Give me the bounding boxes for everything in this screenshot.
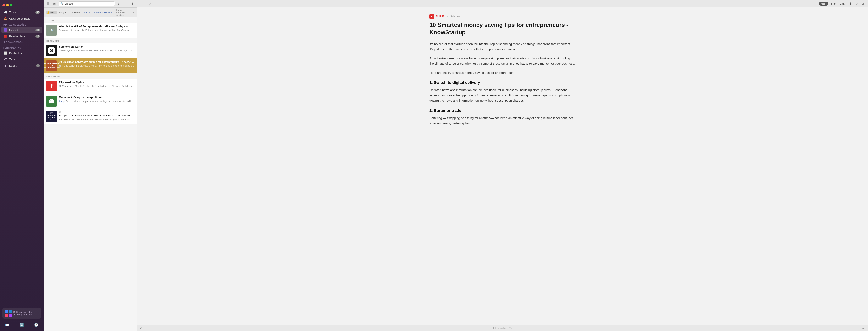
- reader-panel: ← ↗ Artigo Flip Edit. ⬆ ♡ ⊟ F FLIP.IT · …: [137, 0, 868, 331]
- tools-section-label: Ferramentas: [0, 45, 43, 50]
- body-paragraph: It's no secret that startups often fall …: [429, 42, 576, 52]
- maximize-button[interactable]: [10, 4, 12, 6]
- source-logo: F: [429, 14, 434, 19]
- chevron-down-icon[interactable]: ∨: [133, 11, 135, 14]
- articles-list: TODAY 📄 What is the skill of Entrepreneu…: [43, 18, 137, 331]
- sidebar-item-archive[interactable]: Read Archive 13: [1, 33, 42, 39]
- filter-best[interactable]: 👍 Best: [46, 11, 57, 15]
- filter-conteudo[interactable]: Conteúdo: [69, 11, 81, 14]
- cloud-icon: ☁️: [4, 10, 7, 14]
- more-button[interactable]: ⊟: [860, 2, 865, 6]
- reader-content: F FLIP.IT · 5 de dez 10 Smartest money s…: [420, 7, 586, 325]
- filter-apps[interactable]: # apps: [83, 11, 92, 14]
- body-paragraph: Updated news and information can be inva…: [429, 87, 576, 103]
- trash-icon: 🗑: [4, 64, 7, 67]
- tags-icon: 🏷: [4, 57, 7, 61]
- edit-button[interactable]: Edit.: [839, 2, 846, 6]
- article-content: 10 Smartest money saving tips for entrep…: [59, 60, 134, 67]
- article-thumbnail: f: [46, 81, 57, 91]
- article-title: Monument Valley on the App Store: [59, 96, 134, 99]
- all-label: Todos: [9, 11, 35, 14]
- reader-source-row: F FLIP.IT · 5 de dez: [429, 14, 576, 19]
- article-desc: # apps Read reviews, compare customer ra…: [59, 100, 134, 103]
- date-header-novembro: NOVEMBRO: [43, 74, 137, 79]
- sidebar-item-tags[interactable]: 🏷 Tags: [1, 56, 42, 62]
- back-button[interactable]: ←: [140, 1, 146, 6]
- email-icon[interactable]: ✉️: [4, 322, 10, 328]
- filter-all[interactable]: Todos Filtragem rápida...: [116, 9, 132, 16]
- all-badge: 57: [35, 11, 40, 14]
- clock-icon[interactable]: 🕐: [33, 322, 39, 328]
- share-icon[interactable]: ⬆: [130, 1, 135, 6]
- article-desc: Eric Ries is the creator of the Lean Sta…: [59, 118, 134, 121]
- section-heading: 1. Switch to digital delivery: [429, 80, 576, 85]
- section-heading: 2. Barter or trade: [429, 108, 576, 113]
- share-button[interactable]: ⬆: [848, 2, 853, 6]
- settings-icon[interactable]: ⚙: [140, 326, 143, 330]
- promo-box[interactable]: Get the most out of Raindrop.io! $2/ms ›: [2, 308, 41, 319]
- middle-toolbar: ☰ ⊞ 🔍 ⏱ ⊞ ⬆: [43, 0, 137, 8]
- reader-title: 10 Smartest money saving tips for entrep…: [429, 21, 576, 36]
- article-title: 10 Smartest money saving tips for entrep…: [59, 60, 134, 64]
- new-collection-label: + Nova coleção...: [4, 40, 40, 44]
- article-item[interactable]: 📄 What is the skill of Entrepreneurship …: [43, 23, 137, 38]
- favorite-button[interactable]: ♡: [854, 2, 859, 6]
- expand-button[interactable]: ↗: [147, 1, 153, 6]
- reader-footer: ⚙ http://flip.it/uefx7G Aa: [137, 325, 868, 331]
- middle-panel: ☰ ⊞ 🔍 ⏱ ⊞ ⬆ 👍 Best Artigos Conteúdo # ap…: [43, 0, 137, 331]
- archive-label: Read Archive: [9, 35, 35, 38]
- article-item-selected[interactable]: MONEY SAVING FOR ENTREPRENEURS 10 Smarte…: [43, 58, 137, 74]
- sidebar-item-new-collection[interactable]: + Nova coleção...: [1, 39, 42, 45]
- article-content: Symfony on Twitter New in Symfony 3.3: J…: [59, 45, 134, 52]
- unread-collection-icon: [4, 28, 7, 32]
- add-collection-button[interactable]: +: [39, 3, 41, 7]
- close-button[interactable]: [2, 4, 5, 6]
- sidebar-item-duplicates[interactable]: ⬜ Duplicates: [1, 50, 42, 56]
- filter-artigos[interactable]: Artigos: [58, 11, 67, 14]
- sidebar-top: +: [0, 2, 43, 9]
- article-item[interactable]: 10 SUCCESS RULES LEAN 📰 Artigo: 10 Succe…: [43, 109, 137, 124]
- search-box: 🔍: [59, 1, 115, 6]
- article-title: Symfony on Twitter: [59, 45, 134, 49]
- minimize-button[interactable]: [6, 4, 9, 6]
- traffic-lights: [2, 4, 12, 6]
- footer-url: http://flip.it/uefx7G: [493, 327, 512, 329]
- my-collections-label: Minhas coleções: [0, 22, 43, 27]
- unread-label: Unread: [9, 28, 35, 32]
- duplicates-icon: ⬜: [4, 51, 7, 55]
- grid-view-icon[interactable]: ⊞: [52, 1, 57, 6]
- sort-icon[interactable]: ⊞: [124, 1, 128, 6]
- filter-icon[interactable]: ⏱: [117, 1, 122, 6]
- article-desc: Being an entrepreneur is 10 times more d…: [59, 29, 134, 32]
- article-title: What is the skill of Entrepreneurship al…: [59, 25, 134, 28]
- duplicates-label: Duplicates: [9, 52, 40, 55]
- promo-icons: [5, 310, 12, 317]
- article-thumbnail: 📄: [46, 25, 57, 35]
- reader-toolbar: ← ↗ Artigo Flip Edit. ⬆ ♡ ⊟: [137, 0, 868, 7]
- article-thumbnail: 🏔: [46, 96, 57, 107]
- reader-toolbar-right: ⬆ ♡ ⊟: [848, 2, 865, 6]
- article-item[interactable]: f Flipboard on Flipboard 12 Magazines | …: [43, 79, 137, 94]
- article-item[interactable]: S Symfony on Twitter New in Symfony 3.3:…: [43, 43, 137, 58]
- article-title: Flipboard on Flipboard: [59, 81, 134, 84]
- article-thumbnail: 10 SUCCESS RULES LEAN: [46, 111, 57, 122]
- sidebar: + ☁️ Todos 57 📥 Caixa de entrada Minhas …: [0, 0, 43, 331]
- body-paragraph: Smart entrepreneurs always have money-sa…: [429, 56, 576, 66]
- sidebar-item-all[interactable]: ☁️ Todos 57: [1, 9, 42, 15]
- article-content: Flipboard on Flipboard 12 Magazines | 19…: [59, 81, 134, 88]
- filter-desenvolvimento[interactable]: # desenvolvimento: [93, 11, 115, 14]
- download-icon[interactable]: ⬇️: [19, 322, 25, 328]
- font-size-icon[interactable]: Aa: [862, 327, 865, 329]
- sidebar-item-inbox[interactable]: 📥 Caixa de entrada: [1, 16, 42, 21]
- search-icon: 🔍: [60, 2, 63, 5]
- body-paragraph: Here are the 10 smartest money saving ti…: [429, 70, 576, 76]
- reader-date: 5 de dez: [451, 15, 460, 18]
- flip-button[interactable]: Flip: [830, 2, 837, 6]
- sidebar-item-trash[interactable]: 🗑 Lixeira 1: [1, 62, 42, 68]
- sidebar-item-unread[interactable]: Unread 43: [1, 27, 42, 33]
- hamburger-icon[interactable]: ☰: [46, 1, 51, 6]
- article-content: What is the skill of Entrepreneurship al…: [59, 25, 134, 32]
- article-item[interactable]: 🏔 Monument Valley on the App Store # app…: [43, 94, 137, 109]
- search-input[interactable]: [65, 2, 113, 5]
- unread-badge: 43: [35, 29, 40, 31]
